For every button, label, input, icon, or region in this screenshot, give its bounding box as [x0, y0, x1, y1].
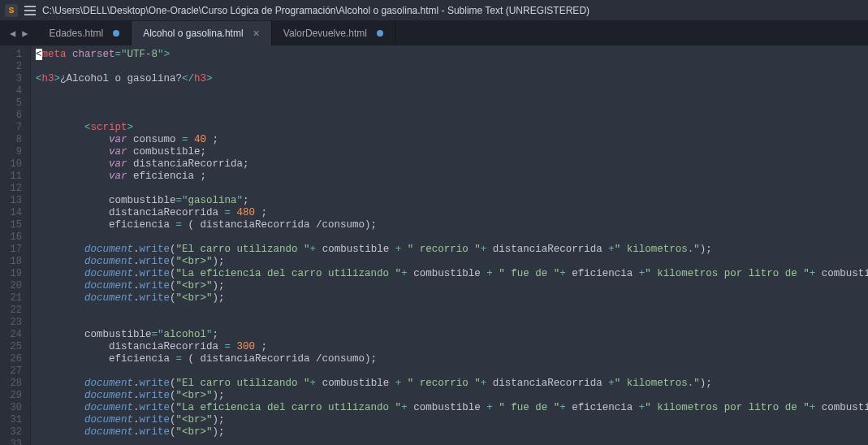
line-number: 23 [0, 317, 22, 329]
line-number: 3 [0, 73, 22, 85]
line-number: 9 [0, 146, 22, 158]
code-line[interactable]: <h3>¿Alcohol o gasolina?</h3> [36, 73, 868, 85]
line-number: 13 [0, 195, 22, 207]
code-line[interactable]: distanciaRecorrida = 480 ; [36, 207, 868, 219]
code-line[interactable]: combustible="alcohol"; [36, 329, 868, 341]
code-line[interactable]: document.write("<br>"); [36, 292, 868, 305]
tab-label: Edades.html [49, 28, 103, 39]
line-number: 22 [0, 305, 22, 317]
dirty-dot-icon [377, 30, 383, 37]
code-line[interactable]: document.write("<br>"); [36, 414, 868, 426]
line-number: 4 [0, 85, 22, 97]
code-line[interactable] [36, 317, 868, 329]
tab-close-icon[interactable]: × [253, 27, 260, 40]
line-number: 2 [0, 61, 22, 73]
line-number: 28 [0, 378, 22, 390]
line-number: 17 [0, 244, 22, 256]
code-line[interactable] [36, 61, 868, 73]
code-line[interactable] [36, 110, 868, 122]
nav-arrows: ◀ ▶ [0, 21, 37, 45]
line-number: 15 [0, 219, 22, 231]
menu-icon[interactable] [24, 6, 36, 15]
window-title: C:\Users\DELL\Desktop\One-Oracle\Curso L… [42, 5, 589, 16]
code-line[interactable]: document.write("<br>"); [36, 256, 868, 268]
line-number: 25 [0, 341, 22, 353]
code-line[interactable]: document.write("La eficiencia del carro … [36, 402, 868, 414]
code-line[interactable]: document.write("El carro utilizando "+ c… [36, 378, 868, 390]
line-number: 11 [0, 171, 22, 183]
tab-valordevuelve[interactable]: ValorDevuelve.html [272, 21, 395, 45]
code-line[interactable]: eficiencia = ( distanciaRecorrida /consu… [36, 353, 868, 365]
line-number: 20 [0, 280, 22, 292]
tab-label: Alcohol o gasolina.html [143, 28, 243, 39]
nav-forward-icon[interactable]: ▶ [22, 28, 28, 40]
line-number: 10 [0, 158, 22, 171]
line-number: 18 [0, 256, 22, 268]
line-number: 33 [0, 439, 22, 445]
code-line[interactable]: document.write("<br>"); [36, 426, 868, 439]
code-editor[interactable]: <meta charset="UTF-8"><h3>¿Alcohol o gas… [31, 45, 868, 445]
line-number: 24 [0, 329, 22, 341]
code-line[interactable]: var eficiencia ; [36, 171, 868, 183]
line-number: 31 [0, 414, 22, 426]
code-line[interactable] [36, 231, 868, 244]
dirty-dot-icon [113, 30, 119, 37]
line-number: 29 [0, 390, 22, 402]
window-titlebar: S C:\Users\DELL\Desktop\One-Oracle\Curso… [0, 0, 868, 21]
code-line[interactable] [36, 439, 868, 445]
app-logo-icon: S [5, 4, 18, 17]
code-line[interactable]: <script> [36, 122, 868, 134]
line-number: 6 [0, 110, 22, 122]
line-number: 7 [0, 122, 22, 134]
line-number: 5 [0, 97, 22, 110]
tab-alcohol-gasolina[interactable]: Alcohol o gasolina.html × [132, 21, 272, 45]
code-line[interactable]: distanciaRecorrida = 300 ; [36, 341, 868, 353]
line-number: 19 [0, 268, 22, 280]
line-number-gutter: 1234567891011121314151617181920212223242… [0, 45, 31, 445]
line-number: 27 [0, 365, 22, 378]
code-line[interactable]: <meta charset="UTF-8"> [36, 49, 868, 61]
code-line[interactable]: document.write("El carro utilizando "+ c… [36, 244, 868, 256]
code-line[interactable] [36, 85, 868, 97]
code-line[interactable] [36, 305, 868, 317]
line-number: 12 [0, 183, 22, 195]
editor-area: 1234567891011121314151617181920212223242… [0, 45, 868, 445]
code-line[interactable]: combustible="gasolina"; [36, 195, 868, 207]
tab-label: ValorDevuelve.html [283, 28, 367, 39]
code-line[interactable]: document.write("La eficiencia del carro … [36, 268, 868, 280]
tab-edades[interactable]: Edades.html [37, 21, 132, 45]
code-line[interactable]: var consumo = 40 ; [36, 134, 868, 146]
line-number: 21 [0, 292, 22, 305]
line-number: 1 [0, 49, 22, 61]
code-line[interactable] [36, 365, 868, 378]
line-number: 30 [0, 402, 22, 414]
nav-back-icon[interactable]: ◀ [10, 28, 15, 40]
code-line[interactable] [36, 97, 868, 110]
code-line[interactable]: document.write("<br>"); [36, 390, 868, 402]
line-number: 16 [0, 231, 22, 244]
tab-bar: ◀ ▶ Edades.html Alcohol o gasolina.html … [0, 21, 868, 45]
code-line[interactable]: var combustible; [36, 146, 868, 158]
code-line[interactable] [36, 183, 868, 195]
code-line[interactable]: eficiencia = ( distanciaRecorrida /consu… [36, 219, 868, 231]
code-line[interactable]: var distanciaRecorrida; [36, 158, 868, 171]
line-number: 32 [0, 426, 22, 439]
line-number: 14 [0, 207, 22, 219]
code-line[interactable]: document.write("<br>"); [36, 280, 868, 292]
line-number: 8 [0, 134, 22, 146]
line-number: 26 [0, 353, 22, 365]
